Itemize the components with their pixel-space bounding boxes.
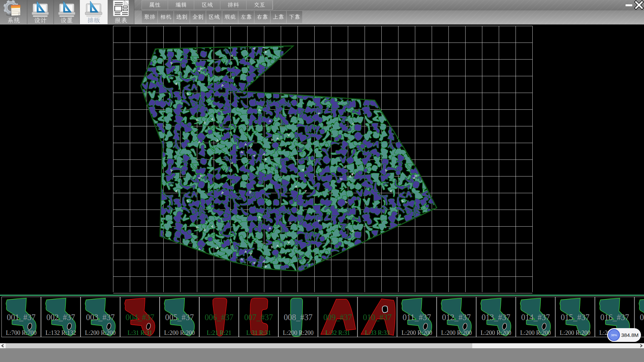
svg-text:003_#37: 003_#37 (86, 313, 115, 322)
svg-text:001_#37: 001_#37 (7, 313, 36, 322)
svg-text:016_#37: 016_#37 (600, 313, 629, 322)
svg-text:010_#37: 010_#37 (363, 313, 392, 322)
svg-text:L:200 R:200: L:200 R:200 (283, 329, 314, 336)
svg-text:015_#37: 015_#37 (561, 313, 590, 322)
svg-text:006_#37: 006_#37 (205, 313, 233, 322)
svg-text:L:200 R:200: L:200 R:200 (164, 329, 195, 336)
svg-text:L:200 R:200: L:200 R:200 (401, 329, 432, 336)
svg-text:013_#37: 013_#37 (482, 313, 511, 322)
svg-text:L:21 R:21: L:21 R:21 (207, 329, 231, 336)
svg-text:L:200 R:200: L:200 R:200 (560, 329, 591, 336)
svg-text:004_#37: 004_#37 (125, 313, 154, 322)
svg-text:L:200 R:200: L:200 R:200 (520, 329, 551, 336)
svg-text:384.8M: 384.8M (621, 332, 639, 338)
svg-text:L:31 R:31: L:31 R:31 (246, 329, 271, 336)
svg-text:005_#37: 005_#37 (165, 313, 194, 322)
svg-text:L:132 R:132: L:132 R:132 (45, 329, 76, 336)
svg-text:002_#37: 002_#37 (46, 313, 75, 322)
svg-text:L:200 R:200: L:200 R:200 (481, 329, 512, 336)
svg-text:L:33 R:33: L:33 R:33 (365, 329, 390, 336)
svg-text:L:32 R:31: L:32 R:31 (325, 329, 350, 336)
svg-text:L:200 R:200: L:200 R:200 (85, 329, 116, 336)
svg-text:011_#37: 011_#37 (402, 313, 431, 322)
svg-text:017_#37: 017_#37 (640, 313, 644, 322)
svg-text:L:31 R:31: L:31 R:31 (127, 329, 152, 336)
svg-text:008_#37: 008_#37 (284, 313, 313, 322)
svg-text:014_#37: 014_#37 (521, 313, 550, 322)
svg-text:012_#37: 012_#37 (442, 313, 471, 322)
svg-text:L:700 R:700: L:700 R:700 (6, 329, 37, 336)
svg-text:38%: 38% (611, 334, 617, 337)
svg-text:007_#37: 007_#37 (244, 313, 273, 322)
svg-text:L:200 R:200: L:200 R:200 (441, 329, 472, 336)
svg-text:009_#37: 009_#37 (323, 313, 352, 322)
